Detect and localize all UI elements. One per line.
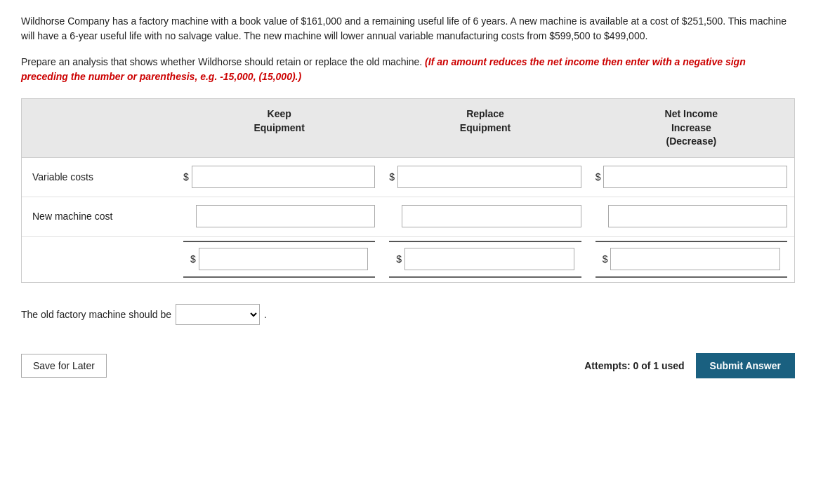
intro-paragraph: Wildhorse Company has a factory machine … [21, 14, 795, 44]
new-machine-keep-cell [176, 199, 382, 233]
variable-costs-net-input[interactable] [603, 166, 787, 188]
machine-decision-label: The old factory machine should be [21, 309, 171, 320]
new-machine-replace-input[interactable] [402, 205, 581, 227]
footer: Save for Later Attempts: 0 of 1 used Sub… [21, 346, 795, 378]
currency-symbol: $ [595, 171, 601, 183]
right-footer: Attempts: 0 of 1 used Submit Answer [584, 353, 795, 378]
instruction-line: Prepare an analysis that shows whether W… [21, 55, 795, 84]
variable-costs-replace-input[interactable] [397, 166, 581, 188]
attempts-text: Attempts: 0 of 1 used [584, 360, 684, 371]
variable-costs-net-cell: $ [588, 160, 794, 194]
total-keep-cell: $ [183, 241, 375, 278]
machine-decision-dropdown[interactable]: retained replaced [176, 304, 260, 325]
total-replace-cell: $ [389, 241, 581, 278]
currency-symbol: $ [603, 253, 608, 265]
variable-costs-replace-cell: $ [382, 160, 588, 194]
save-later-button[interactable]: Save for Later [21, 354, 107, 378]
variable-costs-keep-cell: $ [176, 160, 382, 194]
total-keep-input[interactable] [199, 248, 369, 270]
currency-symbol: $ [183, 171, 189, 183]
new-machine-replace-cell [382, 199, 588, 233]
instruction-prefix: Prepare an analysis that shows whether W… [21, 56, 422, 67]
table-row: Variable costs $ $ $ [22, 158, 794, 197]
new-machine-net-cell [588, 199, 794, 233]
variable-costs-keep-input[interactable] [192, 166, 376, 188]
col-header-replace: ReplaceEquipment [382, 99, 588, 157]
total-net-input[interactable] [610, 248, 780, 270]
total-row: $ $ $ [22, 237, 794, 282]
table-body: Variable costs $ $ $ New machine cost [22, 158, 794, 282]
col-header-label [22, 99, 176, 157]
analysis-table: KeepEquipment ReplaceEquipment Net Incom… [21, 98, 795, 283]
col-header-net: Net IncomeIncrease(Decrease) [588, 99, 794, 157]
currency-symbol: $ [396, 253, 402, 265]
new-machine-keep-input[interactable] [196, 205, 375, 227]
col-header-keep: KeepEquipment [176, 99, 382, 157]
row-label-new-machine-cost: New machine cost [22, 204, 176, 229]
row-label-variable-costs: Variable costs [22, 164, 176, 190]
total-net-cell: $ [595, 241, 787, 278]
submit-answer-button[interactable]: Submit Answer [696, 353, 795, 378]
table-row: New machine cost [22, 197, 794, 237]
currency-symbol: $ [389, 171, 395, 183]
machine-decision-section: The old factory machine should be retain… [21, 304, 795, 325]
total-row-label [22, 252, 176, 266]
new-machine-net-input[interactable] [608, 205, 787, 227]
table-header-row: KeepEquipment ReplaceEquipment Net Incom… [22, 99, 794, 158]
total-replace-input[interactable] [404, 248, 574, 270]
machine-decision-suffix: . [264, 309, 267, 320]
currency-symbol: $ [190, 253, 196, 265]
